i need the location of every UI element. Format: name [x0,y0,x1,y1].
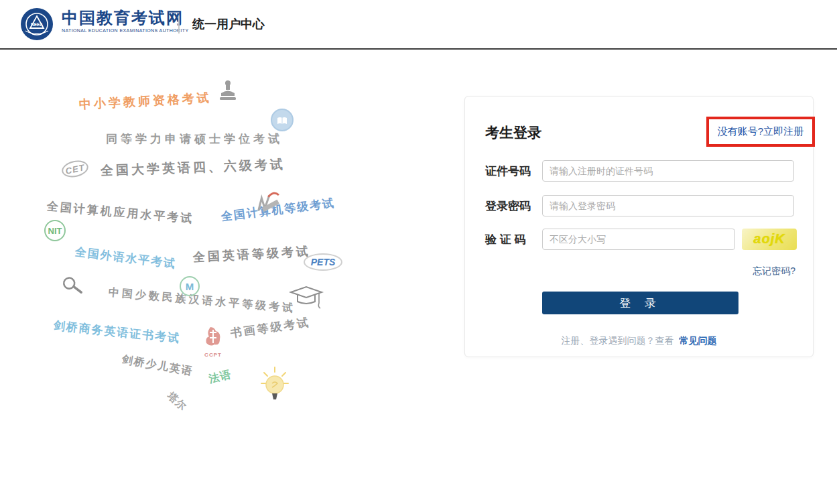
collage-text-mhk-exam: 中国少数民族汉语水平等级考试 [108,286,296,316]
nit-badge-icon: NIT [44,220,66,241]
password-label: 登录密码 [485,198,531,214]
login-title: 考生登录 [485,123,541,142]
collage-text-pets-exam: 全国英语等级考试 [192,243,311,265]
register-highlight-box: 没有账号?立即注册 [706,117,815,147]
collage-text-cet-exam: 全国大学英语四、六级考试 [101,155,286,180]
collage-text-tongdeng-exam: 同等学力申请硕士学位考试 [106,131,283,147]
captcha-input[interactable] [542,229,735,250]
collage-text-ccpt-exam: 书画等级考试 [229,314,311,340]
login-button[interactable]: 登 录 [542,292,738,314]
header-divider [178,16,180,34]
pets-badge-icon: PETS [304,253,342,271]
exam-collage: 中小学教师资格考试 同等学力申请硕士学位考试 全国大学英语四、六级考试 全国计算… [0,50,442,465]
magnifier-icon [60,273,85,300]
collage-text-yle-exam: 剑桥少儿英语 [121,353,194,379]
ncre-logo-icon [251,189,285,218]
page: NEEA 中国教育考试网 NATIONAL EDUCATION EXAMINAT… [0,0,837,504]
brand-block: 中国教育考试网 NATIONAL EDUCATION EXAMINATIONS … [62,9,189,33]
neea-logo-icon: NEEA [20,7,54,41]
ccpt-logo-icon: CCPT [204,326,222,358]
section-title: 统一用户中心 [192,16,265,32]
collage-text-tar: 塔尔 [165,389,189,414]
collage-text-bec-exam: 剑桥商务英语证书考试 [53,318,181,346]
book-badge-icon [271,109,294,131]
id-number-label: 证件号码 [485,164,531,179]
captcha-image[interactable]: aojK [742,229,797,250]
header: NEEA 中国教育考试网 NATIONAL EDUCATION EXAMINAT… [0,0,837,50]
password-input[interactable] [542,195,794,216]
ccpt-label: CCPT [204,352,222,358]
captcha-row: 验 证 码 aojK [485,229,794,250]
help-text: 注册、登录遇到问题？查看 [562,335,674,346]
login-card: 考生登录 没有账号?立即注册 证件号码 登录密码 验 证 码 aojK 忘记密码… [464,96,814,357]
mhk-badge-icon: M [180,276,200,296]
password-row: 登录密码 [485,195,794,216]
svg-text:NEEA: NEEA [31,22,43,27]
stamp-icon [216,79,240,106]
id-number-input[interactable] [542,160,794,182]
graduation-cap-icon [288,283,324,314]
cet-badge-icon: CET [60,158,90,180]
forgot-password-link[interactable]: 忘记密码? [753,265,795,277]
brand-subtitle: NATIONAL EDUCATION EXAMINATIONS AUTHORIT… [62,28,189,33]
lightbulb-icon [259,366,291,406]
register-link[interactable]: 没有账号?立即注册 [718,125,803,137]
collage-text-teacher-exam: 中小学教师资格考试 [78,90,212,113]
id-number-row: 证件号码 [485,160,794,182]
collage-text-french: 法语 [208,368,233,387]
help-line: 注册、登录遇到问题？查看 常见问题 [465,335,813,347]
captcha-label: 验 证 码 [485,232,525,247]
collage-text-nit-exam: 全国计算机应用水平考试 [46,198,194,227]
collage-text-wsk-exam: 全国外语水平考试 [74,244,178,271]
brand-title: 中国教育考试网 [62,9,189,27]
faq-link[interactable]: 常见问题 [679,335,716,346]
